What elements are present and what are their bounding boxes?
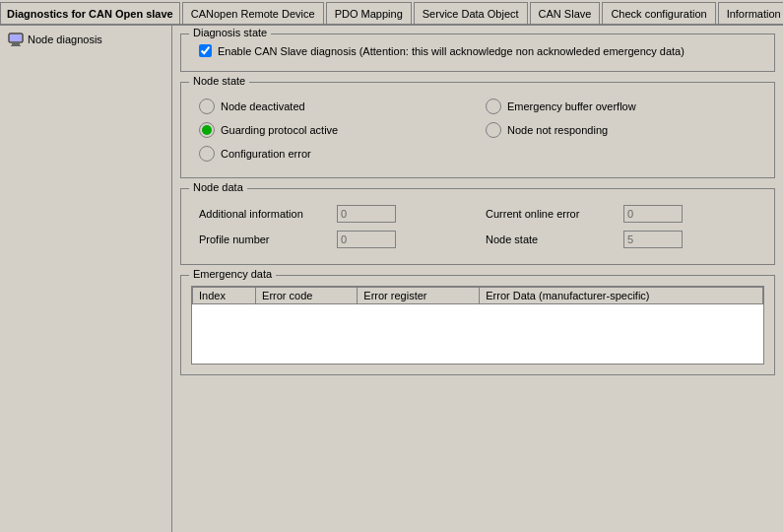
profile-number-row: Profile number: [199, 231, 470, 248]
col-error-data: Error Data (manufacturer-specific): [480, 288, 763, 304]
node-state-field-label: Node state: [486, 233, 623, 245]
node-data-group: Node data Additional information Current…: [180, 188, 775, 265]
sidebar-item-label: Node diagnosis: [28, 33, 102, 45]
radio-label-guarding: Guarding protocol active: [221, 124, 338, 136]
svg-rect-1: [12, 43, 20, 45]
window-title: Diagnostics for CAN Open slave: [0, 2, 180, 24]
additional-info-label: Additional information: [199, 208, 337, 220]
main-panel: Diagnosis state Enable CAN Slave diagnos…: [172, 26, 783, 532]
node-state-row: Node state: [486, 231, 756, 248]
diagnosis-checkbox-row: Enable CAN Slave diagnosis (Attention: t…: [191, 40, 764, 61]
radio-not-responding[interactable]: Node not responding: [486, 122, 756, 138]
svg-rect-2: [11, 45, 21, 46]
radio-node-deactivated[interactable]: Node deactivated: [199, 99, 470, 114]
sidebar: Node diagnosis: [0, 26, 172, 532]
node-state-title: Node state: [189, 75, 249, 87]
node-state-grid: Node deactivated Emergency buffer overfl…: [191, 93, 764, 167]
node-data-form: Additional information Current online er…: [191, 199, 764, 254]
col-error-code: Error code: [256, 288, 358, 304]
tab-check-config[interactable]: Check configuration: [602, 2, 715, 24]
diagnosis-state-title: Diagnosis state: [189, 27, 271, 38]
computer-icon: [8, 32, 24, 47]
radio-label-not-responding: Node not responding: [507, 124, 608, 136]
col-error-register: Error register: [358, 288, 480, 304]
emergency-data-group: Emergency data Index Error code Error re…: [180, 275, 775, 375]
additional-info-row: Additional information: [199, 205, 470, 223]
radio-circle-config-error: [199, 146, 215, 162]
emergency-data-title: Emergency data: [189, 268, 276, 280]
current-online-error-input[interactable]: [623, 205, 683, 223]
diagnosis-state-group: Diagnosis state Enable CAN Slave diagnos…: [180, 33, 775, 72]
radio-circle-not-responding: [486, 122, 501, 138]
tab-service-data[interactable]: Service Data Object: [414, 2, 528, 24]
radio-guarding-active[interactable]: Guarding protocol active: [199, 122, 470, 138]
tab-bar: Diagnostics for CAN Open slave CANopen R…: [0, 0, 783, 26]
radio-config-error[interactable]: Configuration error: [199, 146, 470, 162]
radio-label-config-error: Configuration error: [221, 148, 311, 160]
emergency-table-body: [193, 304, 763, 364]
enable-diagnosis-checkbox[interactable]: [199, 44, 212, 57]
col-index: Index: [193, 288, 256, 304]
radio-circle-deactivated: [199, 99, 215, 114]
node-data-title: Node data: [189, 181, 247, 193]
current-online-error-label: Current online error: [486, 208, 623, 220]
main-window: Diagnostics for CAN Open slave CANopen R…: [0, 0, 783, 532]
sidebar-item-node-diagnosis[interactable]: Node diagnosis: [4, 30, 167, 49]
radio-label-emergency-overflow: Emergency buffer overflow: [507, 100, 636, 112]
radio-emergency-overflow[interactable]: Emergency buffer overflow: [486, 99, 756, 114]
tab-can-slave[interactable]: CAN Slave: [530, 2, 601, 24]
current-online-error-row: Current online error: [486, 205, 756, 223]
emergency-table-wrapper: Index Error code Error register Error Da…: [191, 286, 764, 365]
radio-circle-emergency-overflow: [486, 99, 501, 114]
additional-info-input[interactable]: [337, 205, 396, 223]
radio-circle-guarding: [199, 122, 215, 138]
node-state-field-input[interactable]: [623, 231, 683, 248]
profile-number-input[interactable]: [337, 231, 396, 248]
diagnosis-checkbox-label: Enable CAN Slave diagnosis (Attention: t…: [218, 45, 685, 57]
node-state-group: Node state Node deactivated Emergency bu…: [180, 82, 775, 178]
profile-number-label: Profile number: [199, 233, 337, 245]
content-area: Node diagnosis Diagnosis state Enable CA…: [0, 26, 783, 532]
emergency-table: Index Error code Error register Error Da…: [192, 287, 763, 364]
svg-rect-3: [10, 34, 22, 41]
tab-information[interactable]: Information: [718, 2, 783, 24]
tab-canopen-remote[interactable]: CANopen Remote Device: [182, 2, 324, 24]
radio-label-deactivated: Node deactivated: [221, 100, 305, 112]
tab-pdo-mapping[interactable]: PDO Mapping: [326, 2, 412, 24]
